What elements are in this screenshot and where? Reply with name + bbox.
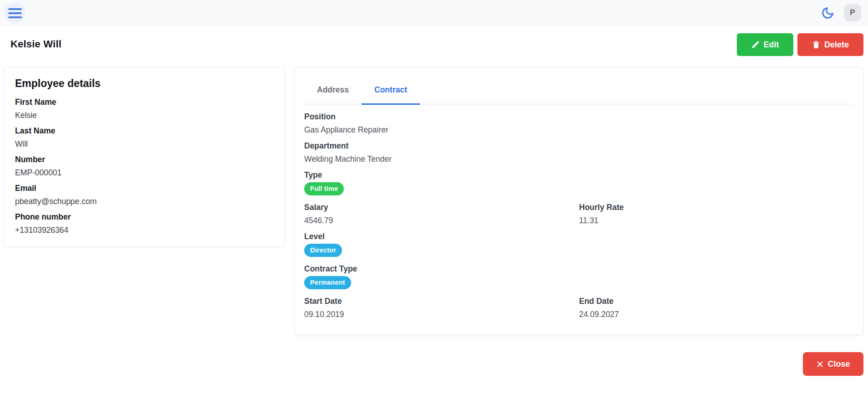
field-number: Number EMP-000001 bbox=[15, 153, 273, 179]
hamburger-icon bbox=[8, 8, 22, 18]
tab-address[interactable]: Address bbox=[304, 77, 362, 105]
field-salary: Salary 4546.79 bbox=[304, 201, 579, 227]
edit-button[interactable]: Edit bbox=[737, 33, 793, 56]
field-value: Gas Appliance Repairer bbox=[304, 123, 854, 137]
page-title: Kelsie Will bbox=[10, 38, 61, 50]
field-value: Welding Machine Tender bbox=[304, 153, 854, 166]
field-label: Salary bbox=[304, 201, 579, 214]
field-start-date: Start Date 09.10.2019 bbox=[304, 295, 579, 321]
edit-button-label: Edit bbox=[764, 40, 779, 50]
field-value: pbeatty@schuppe.com bbox=[15, 195, 273, 208]
contract-panel: Position Gas Appliance Repairer Departme… bbox=[304, 104, 854, 324]
trash-icon bbox=[812, 41, 820, 49]
field-value: EMP-000001 bbox=[15, 166, 273, 179]
employee-card-title: Employee details bbox=[15, 77, 273, 90]
tab-contract[interactable]: Contract bbox=[362, 77, 420, 105]
delete-button-label: Delete bbox=[824, 40, 849, 50]
close-button[interactable]: Close bbox=[803, 352, 863, 376]
field-label: Last Name bbox=[15, 124, 273, 138]
tab-bar: Address Contract bbox=[304, 77, 854, 104]
level-badge: Director bbox=[304, 244, 342, 257]
field-position: Position Gas Appliance Repairer bbox=[304, 110, 854, 137]
field-label: Type bbox=[304, 169, 854, 182]
field-label: Contract Type bbox=[304, 262, 854, 276]
topbar: P bbox=[0, 0, 868, 26]
field-label: Start Date bbox=[304, 295, 579, 308]
field-label: Email bbox=[15, 182, 273, 195]
field-label: End Date bbox=[579, 295, 854, 308]
employee-details-card: Employee details First Name Kelsie Last … bbox=[4, 67, 285, 246]
close-button-label: Close bbox=[827, 359, 850, 369]
field-value: 11.31 bbox=[579, 214, 854, 227]
field-value: 09.10.2019 bbox=[304, 308, 579, 321]
field-value: Will bbox=[15, 138, 273, 151]
theme-toggle-button[interactable] bbox=[820, 5, 835, 20]
pencil-icon bbox=[751, 41, 760, 49]
field-end-date: End Date 24.09.2027 bbox=[579, 295, 854, 321]
salary-row: Salary 4546.79 Hourly Rate 11.31 bbox=[304, 201, 854, 230]
moon-icon bbox=[821, 6, 834, 20]
field-type: Type Full time bbox=[304, 169, 854, 195]
field-label: Level bbox=[304, 230, 854, 243]
menu-button[interactable] bbox=[4, 2, 26, 24]
field-value: +13103926364 bbox=[15, 224, 273, 237]
field-value: Kelsie bbox=[15, 109, 273, 122]
field-first-name: First Name Kelsie bbox=[15, 96, 273, 122]
field-value: 4546.79 bbox=[304, 214, 579, 227]
field-label: First Name bbox=[15, 96, 273, 109]
field-label: Hourly Rate bbox=[579, 201, 854, 214]
field-hourly-rate: Hourly Rate 11.31 bbox=[579, 201, 854, 227]
contract-type-badge: Permanent bbox=[304, 276, 351, 289]
close-icon bbox=[816, 360, 824, 368]
header-actions: Edit Delete bbox=[737, 33, 863, 56]
field-value: 24.09.2027 bbox=[579, 308, 854, 321]
field-department: Department Welding Machine Tender bbox=[304, 139, 854, 166]
field-label: Department bbox=[304, 139, 854, 153]
field-label: Phone number bbox=[15, 210, 273, 224]
field-label: Number bbox=[15, 153, 273, 166]
field-phone-number: Phone number +13103926364 bbox=[15, 210, 273, 237]
field-level: Level Director bbox=[304, 230, 854, 257]
user-avatar[interactable]: P bbox=[844, 4, 861, 21]
field-contract-type: Contract Type Permanent bbox=[304, 262, 854, 289]
field-last-name: Last Name Will bbox=[15, 124, 273, 151]
delete-button[interactable]: Delete bbox=[797, 33, 863, 56]
field-email: Email pbeatty@schuppe.com bbox=[15, 182, 273, 208]
type-badge: Full time bbox=[304, 182, 344, 195]
field-label: Position bbox=[304, 110, 854, 123]
dates-row: Start Date 09.10.2019 End Date 24.09.202… bbox=[304, 295, 854, 324]
detail-card: Address Contract Position Gas Appliance … bbox=[295, 67, 863, 335]
